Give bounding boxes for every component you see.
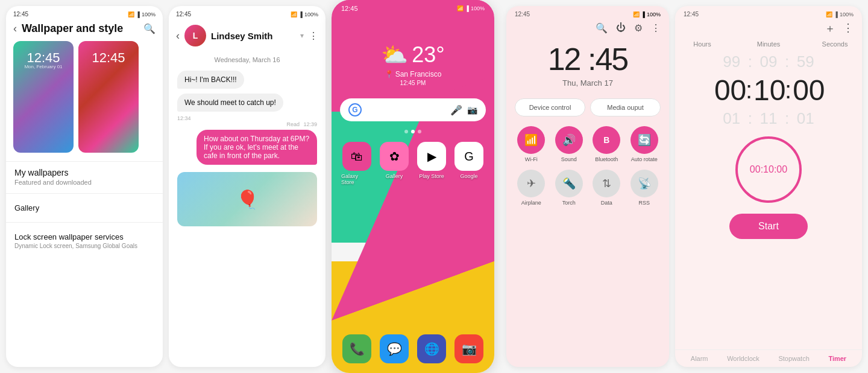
nav-stopwatch[interactable]: Stopwatch	[778, 355, 809, 362]
app-label-play: Play Store	[419, 173, 444, 179]
time-1: 12:45	[13, 11, 28, 18]
dock-internet[interactable]: 🌐	[416, 334, 447, 363]
timer-m: 10	[753, 74, 784, 107]
qs-settings-icon[interactable]: ⚙	[634, 22, 643, 34]
qs-sound-toggle[interactable]: 🔊 Sound	[554, 126, 585, 162]
messaging-panel: 12:45 📶 ▐ 100% ‹ L Lindsey Smith ▾ ⋮ Wed…	[169, 6, 326, 367]
app-icon-google: G	[454, 142, 483, 171]
qs-wifi-icon: 📶	[633, 11, 640, 18]
timer-circle: 00:10:00	[735, 136, 802, 203]
qs-rss-label: RSS	[638, 200, 650, 206]
dock-phone[interactable]: 📞	[341, 334, 373, 363]
colon-prev-1: :	[748, 53, 752, 71]
qs-rss-toggle[interactable]: 📡 RSS	[629, 170, 660, 206]
qs-autorotate-toggle[interactable]: 🔄 Auto rotate	[629, 126, 660, 162]
qs-bluetooth-toggle[interactable]: B Bluetooth	[591, 126, 622, 162]
qs-more-icon[interactable]: ⋮	[651, 22, 661, 34]
wallpaper-preview-left[interactable]: 12:45 Mon, February 01	[13, 41, 74, 153]
home-time: 12:45	[341, 5, 358, 12]
timer-s: 00	[793, 74, 823, 107]
weather-icon: ⛅	[381, 42, 408, 68]
lock-screen-item[interactable]: Lock screen wallpaper services Dynamic L…	[6, 225, 163, 257]
signal-icon: ▐	[136, 11, 140, 18]
message-image: 🎈	[177, 172, 317, 226]
qs-torch-label: Torch	[562, 200, 576, 206]
qs-sound-circle: 🔊	[555, 126, 583, 154]
app-google[interactable]: G Google	[453, 142, 485, 185]
search-bar[interactable]: G 🎤 📷	[340, 98, 486, 121]
qs-toggles-grid: 📶 Wi-Fi 🔊 Sound B Bluetooth 🔄 Auto rotat…	[506, 121, 669, 211]
timer-panel: 12:45 📶 ▐ 100% ＋ ⋮ Hours Minutes Seconds…	[675, 6, 862, 367]
timer-status-icons: 📶 ▐ 100%	[826, 11, 854, 18]
qs-wifi-toggle[interactable]: 📶 Wi-Fi	[516, 126, 547, 162]
nav-timer[interactable]: Timer	[828, 355, 846, 362]
divider-3	[6, 222, 163, 223]
home-status-bar: 12:45 📶 ▐ 100%	[332, 0, 494, 14]
lens-icon[interactable]: 📷	[467, 105, 477, 115]
qs-media-output-tab[interactable]: Media ouput	[590, 98, 661, 116]
wifi-icon-2: 📶	[291, 11, 297, 18]
qs-search-icon[interactable]: 🔍	[596, 22, 608, 34]
qs-airplane-circle: ✈	[517, 170, 545, 197]
colon-next-2: :	[785, 109, 789, 128]
timer-prev-row: 99 : 09 : 59	[675, 50, 862, 74]
quick-settings-panel: 12:45 📶 ▐ 100% 🔍 ⏻ ⚙ ⋮ 12 :45 Thu, March…	[506, 6, 669, 367]
qs-device-control-tab[interactable]: Device control	[515, 98, 585, 116]
qs-battery: 100%	[647, 11, 661, 18]
qs-bluetooth-label: Bluetooth	[595, 156, 618, 162]
msg-back-icon[interactable]: ‹	[176, 30, 180, 42]
back-icon[interactable]: ‹	[13, 22, 17, 35]
wallpaper-preview-right[interactable]: 12:45	[78, 41, 139, 153]
microphone-icon[interactable]: 🎤	[450, 104, 462, 116]
nav-alarm[interactable]: Alarm	[691, 355, 708, 362]
qs-airplane-toggle[interactable]: ✈ Airplane	[516, 170, 547, 206]
qs-wifi-circle: 📶	[517, 126, 545, 154]
qs-wifi-label: Wi-Fi	[525, 156, 538, 162]
qs-torch-toggle[interactable]: 🔦 Torch	[554, 170, 585, 206]
status-bar-2: 12:45 📶 ▐ 100%	[169, 6, 326, 20]
dock-camera[interactable]: 📷	[453, 334, 485, 363]
app-gallery[interactable]: ✿ Gallery	[379, 142, 410, 185]
preview-time-right: 12:45	[92, 50, 125, 66]
qs-control-tabs: Device control Media ouput	[506, 94, 669, 121]
timer-action-icons: ＋ ⋮	[675, 20, 862, 40]
colon-2: :	[785, 77, 791, 104]
dock-messages-icon: 💬	[380, 334, 409, 363]
qs-data-toggle[interactable]: ⇅ Data	[591, 170, 622, 206]
qs-power-icon[interactable]: ⏻	[616, 22, 626, 34]
gallery-item[interactable]: Gallery	[6, 196, 163, 220]
colon-prev-2: :	[785, 53, 789, 71]
battery-label-1: 100%	[142, 11, 156, 18]
app-icon-play: ▶	[417, 142, 446, 171]
app-grid: 🛍 Galaxy Store ✿ Gallery ▶ Play Store G …	[332, 137, 494, 190]
qs-airplane-label: Airplane	[521, 200, 541, 206]
nav-worldclock[interactable]: Worldclock	[727, 355, 760, 362]
message-header: ‹ L Lindsey Smith ▾ ⋮	[169, 20, 326, 51]
col-seconds: Seconds	[820, 40, 850, 50]
weather-temperature: ⛅ 23°	[332, 42, 494, 68]
dot-2	[411, 130, 415, 133]
bubble-received-2: We should meet to catch up!	[177, 94, 283, 112]
dock-messages[interactable]: 💬	[379, 334, 410, 363]
location-icon: 📍	[385, 70, 394, 78]
google-logo: G	[348, 103, 362, 116]
preview-date-left: Mon, February 01	[24, 64, 62, 69]
colon-1: :	[746, 77, 752, 104]
start-button[interactable]: Start	[729, 214, 808, 239]
contact-name: Lindsey Smith	[211, 31, 295, 41]
status-icons-2: 📶 ▐ 100%	[291, 11, 318, 18]
dot-1	[404, 130, 408, 133]
weather-city: 📍 San Francisco	[332, 70, 494, 78]
status-bar-1: 12:45 📶 ▐ 100%	[6, 6, 163, 20]
timer-active-row: 00 : 10 : 00	[675, 74, 862, 107]
my-wallpapers-label[interactable]: My wallpapers	[6, 164, 163, 179]
app-play-store[interactable]: ▶ Play Store	[416, 142, 447, 185]
more-options-icon[interactable]: ⋮	[309, 30, 318, 42]
dot-3	[418, 130, 421, 133]
app-galaxy-store[interactable]: 🛍 Galaxy Store	[341, 142, 373, 185]
timer-more-icon[interactable]: ⋮	[843, 21, 854, 36]
timer-next-h: 01	[717, 109, 747, 128]
timer-add-icon[interactable]: ＋	[825, 21, 835, 36]
app-label-galaxy: Galaxy Store	[341, 173, 373, 185]
search-icon[interactable]: 🔍	[143, 23, 156, 34]
